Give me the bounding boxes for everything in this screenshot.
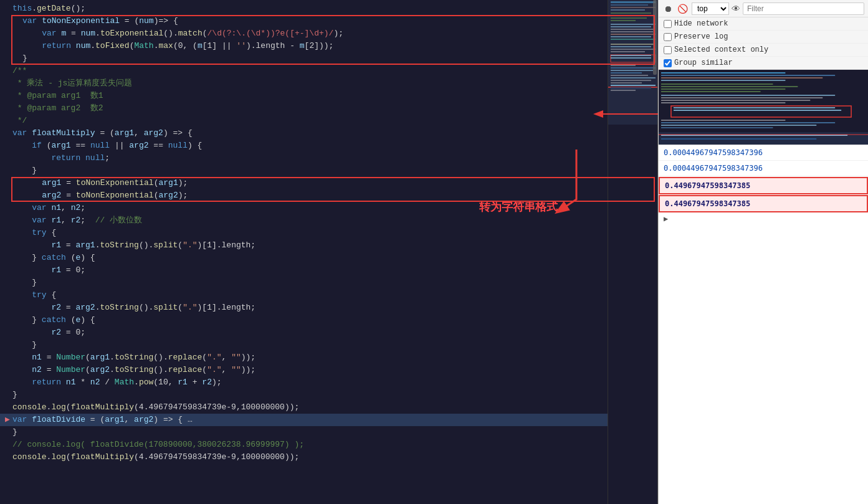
context-select[interactable]: top [692, 2, 729, 15]
code-text: } catch (e) { [12, 314, 655, 326]
preserve-log-label[interactable]: Preserve log [664, 32, 728, 41]
line-arrow [2, 389, 12, 401]
line-arrow [2, 164, 12, 177]
network-entry-1[interactable]: 0.00044967947598347396 [659, 145, 868, 161]
line-arrow [2, 314, 12, 326]
code-line: n2 = Number(arg2.toString().replace(".",… [0, 364, 657, 376]
code-text: console.log(floatMultiply(4.496794759834… [12, 401, 655, 414]
code-line: r1 = 0; [0, 264, 657, 277]
svg-rect-33 [611, 85, 656, 86]
svg-rect-45 [661, 91, 761, 92]
line-arrow [2, 2, 12, 15]
line-arrow [12, 52, 22, 65]
code-text: r1 = 0; [12, 264, 655, 277]
code-line: var floatMultiply = (arg1, arg2) => { [0, 127, 657, 140]
code-line: } [0, 426, 657, 439]
line-arrow [2, 401, 12, 414]
code-line: // console.log( floatDivide(170890000,38… [0, 439, 657, 451]
code-text: console.log(floatMultiply(4.496794759834… [12, 451, 655, 464]
code-text: * @param arg2 数2 [12, 102, 655, 115]
clear-button[interactable]: 🚫 [676, 2, 689, 15]
line-arrow [2, 90, 12, 102]
code-line: console.log(floatMultiply(4.496794759834… [0, 401, 657, 414]
line-arrow [2, 451, 12, 464]
selected-context-checkbox[interactable] [664, 46, 672, 54]
options-preserve-log: Preserve log [659, 31, 868, 44]
line-arrow-current: ▶ [2, 414, 12, 426]
line-arrow [2, 115, 12, 127]
group-similar-label[interactable]: Group similar [664, 59, 733, 67]
code-text: } catch (e) { [12, 252, 655, 264]
code-line: } [0, 339, 657, 351]
group-similar-checkbox[interactable] [664, 59, 672, 67]
hide-network-text: Hide network [674, 19, 728, 28]
code-text: return n1 * n2 / Math.pow(10, r1 + r2); [12, 376, 655, 389]
svg-rect-19 [611, 46, 651, 47]
svg-rect-39 [661, 75, 835, 76]
code-text: /** [12, 65, 655, 77]
code-text: this.getDate(); [12, 2, 655, 15]
svg-rect-23 [611, 55, 651, 56]
line-arrow [2, 264, 12, 277]
code-line: r2 = arg2.toString().split(".")[1].lengt… [0, 302, 657, 314]
code-line: } [0, 389, 657, 401]
group-similar-text: Group similar [674, 59, 733, 67]
svg-rect-27 [611, 70, 653, 71]
svg-rect-42 [661, 83, 773, 85]
code-minimap [608, 0, 657, 504]
code-line: r1 = arg1.toString().split(".")[1].lengt… [0, 239, 657, 252]
line-arrow [2, 289, 12, 302]
svg-rect-13 [611, 29, 654, 30]
hide-network-label[interactable]: Hide network [664, 19, 728, 28]
svg-rect-54 [661, 122, 835, 123]
line-arrow [2, 202, 12, 214]
line-arrow [2, 277, 12, 289]
code-text: var m = num.toExponential().match(/\d(?:… [22, 27, 655, 40]
line-arrow [2, 302, 12, 314]
code-overview [659, 70, 868, 145]
code-line: r2 = 0; [0, 326, 657, 339]
code-text: try { [12, 227, 655, 239]
options-group-similar: Group similar [659, 57, 868, 70]
preserve-log-checkbox[interactable] [664, 33, 672, 41]
line-arrow [2, 102, 12, 115]
code-text: try { [12, 289, 655, 302]
code-text: n2 = Number(arg2.toString().replace(".",… [12, 364, 655, 376]
code-content[interactable]: this.getDate(); var toNonExponential = (… [0, 0, 657, 504]
code-line: return n1 * n2 / Math.pow(10, r1 + r2); [0, 376, 657, 389]
line-arrow [2, 77, 12, 90]
code-text: n1 = Number(arg1.toString().replace(".",… [12, 351, 655, 364]
line-arrow [12, 27, 22, 40]
entry-url-2: 0.00044967947598347396 [664, 164, 763, 173]
code-text: var floatMultiply = (arg1, arg2) => { [12, 127, 655, 140]
svg-rect-17 [611, 39, 656, 40]
hide-network-checkbox[interactable] [664, 20, 672, 28]
filter-input[interactable] [743, 2, 864, 15]
svg-rect-56 [661, 127, 773, 128]
expand-chevron-icon: ▶ [664, 215, 668, 224]
network-entry-3[interactable]: 0.44967947598347385 [659, 177, 868, 194]
code-line: return num.toFixed(Math.max(0, (m[1] || … [0, 40, 657, 52]
line-arrow [2, 339, 12, 351]
code-text: } [22, 52, 655, 65]
selected-context-label[interactable]: Selected context only [664, 45, 768, 54]
preserve-log-text: Preserve log [674, 32, 728, 41]
network-entry-2[interactable]: 0.00044967947598347396 [659, 161, 868, 176]
network-entries[interactable]: 0.00044967947598347396 0.000449679475983… [659, 145, 868, 504]
svg-rect-10 [611, 20, 636, 21]
svg-rect-24 [611, 57, 651, 59]
network-entry-4[interactable]: 0.44967947598347385 [659, 195, 868, 212]
line-arrow [2, 376, 12, 389]
line-arrow [2, 326, 12, 339]
code-text: } [12, 426, 655, 439]
eye-button[interactable]: 👁 [732, 4, 740, 14]
code-text: } [12, 389, 655, 401]
code-text: var toNonExponential = (num)=> { [22, 15, 655, 27]
record-button[interactable]: ⏺ [662, 2, 674, 15]
svg-rect-29 [611, 75, 648, 76]
svg-rect-28 [611, 72, 642, 74]
code-line: } catch (e) { [0, 314, 657, 326]
expand-icon-row[interactable]: ▶ [659, 213, 868, 225]
svg-rect-43 [661, 86, 798, 87]
svg-rect-59 [661, 138, 816, 140]
